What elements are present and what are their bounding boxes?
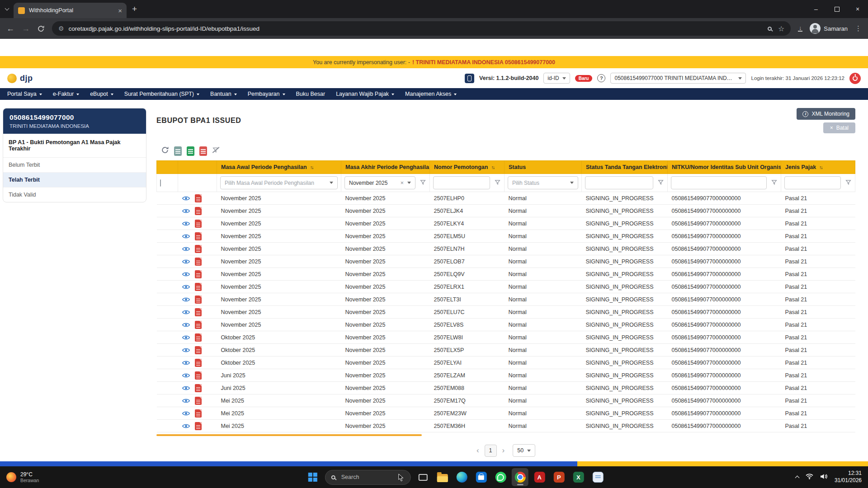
pdf-icon[interactable] — [195, 384, 202, 392]
pdf-icon[interactable] — [195, 258, 202, 266]
view-icon[interactable] — [182, 221, 190, 226]
taskbar-clock[interactable]: 12:31 31/01/2026 — [835, 470, 862, 484]
masa-akhir-filter-select[interactable]: November 2025 × — [344, 176, 415, 189]
clear-filter-icon[interactable] — [212, 146, 219, 155]
pdf-icon[interactable] — [195, 296, 202, 304]
view-icon[interactable] — [182, 297, 190, 302]
volume-icon[interactable] — [820, 473, 828, 481]
chrome-icon[interactable] — [512, 468, 528, 486]
export-csv-icon[interactable] — [174, 146, 182, 156]
djp-logo[interactable]: djp — [7, 74, 33, 83]
downloads-button[interactable]: ↓ — [798, 25, 802, 32]
pdf-icon[interactable] — [195, 321, 202, 329]
nitku-filter-input[interactable] — [671, 176, 767, 189]
jenis-pajak-filter-input[interactable] — [784, 176, 841, 189]
view-icon[interactable] — [182, 347, 190, 353]
language-select[interactable]: id-ID — [543, 73, 570, 84]
header-nitku[interactable]: NITKU/Nomor Identitas Sub Unit Organisas… — [668, 161, 781, 174]
tab-close-icon[interactable]: × — [118, 7, 122, 14]
header-masa-awal[interactable]: Masa Awal Periode Penghasilan↑↓ — [217, 161, 341, 174]
pdf-icon[interactable] — [195, 194, 202, 202]
filter-funnel-icon[interactable] — [657, 179, 664, 187]
notepad-icon[interactable] — [590, 468, 606, 486]
nav-item[interactable]: Surat Pemberitahuan (SPT) — [124, 91, 199, 97]
view-icon[interactable] — [182, 310, 190, 315]
nav-item[interactable]: eBupot — [90, 91, 113, 97]
tray-expand-icon[interactable] — [795, 476, 799, 480]
view-icon[interactable] — [182, 234, 190, 239]
export-excel-icon[interactable] — [187, 146, 194, 156]
pdf-icon[interactable] — [195, 207, 202, 215]
maximize-button[interactable] — [826, 0, 847, 18]
minimize-button[interactable]: – — [806, 0, 826, 18]
taskbar-search[interactable]: Search — [325, 470, 411, 485]
filter-funnel-icon[interactable] — [420, 179, 426, 187]
whatsapp-icon[interactable] — [492, 468, 509, 486]
excel-icon[interactable]: X — [570, 468, 587, 486]
pdf-icon[interactable] — [195, 333, 202, 342]
xml-monitoring-button[interactable]: i XML Monitoring — [797, 108, 855, 120]
view-icon[interactable] — [182, 322, 190, 328]
filter-funnel-icon[interactable] — [845, 179, 852, 187]
search-icon[interactable] — [768, 27, 772, 31]
logout-button[interactable] — [849, 73, 861, 84]
nav-item[interactable]: Manajemen Akses — [405, 91, 457, 97]
pdf-icon[interactable] — [195, 245, 202, 253]
horizontal-scrollbar[interactable] — [156, 434, 422, 436]
start-button[interactable] — [304, 469, 321, 486]
nomor-pemotongan-filter-input[interactable] — [433, 176, 490, 189]
sort-icon[interactable]: ↑↓ — [819, 164, 822, 170]
view-icon[interactable] — [182, 272, 190, 277]
page-size-select[interactable]: 50 — [513, 444, 535, 457]
nav-item[interactable]: Pembayaran — [248, 91, 285, 97]
view-icon[interactable] — [182, 385, 190, 391]
mobile-app-icon[interactable] — [465, 74, 474, 83]
view-icon[interactable] — [182, 360, 190, 366]
pdf-icon[interactable] — [195, 397, 202, 405]
filter-funnel-icon[interactable] — [494, 179, 501, 187]
acrobat-icon[interactable]: A — [531, 468, 548, 486]
clear-icon[interactable]: × — [400, 179, 404, 186]
sidebar-item[interactable]: Telah Terbit — [3, 173, 146, 188]
masa-awal-filter-select[interactable]: Pilih Masa Awal Periode Penghasilan — [220, 176, 338, 189]
store-icon[interactable] — [473, 468, 490, 486]
status-filter-select[interactable]: Pilih Status — [508, 176, 578, 189]
close-button[interactable]: × — [847, 0, 868, 18]
browser-menu-button[interactable]: ⋮ — [855, 24, 862, 33]
pdf-icon[interactable] — [195, 359, 202, 367]
wifi-icon[interactable] — [806, 473, 813, 481]
reload-button[interactable] — [37, 25, 45, 33]
nav-item[interactable]: Bantuan — [210, 91, 237, 97]
pdf-icon[interactable] — [195, 232, 202, 240]
select-all-checkbox[interactable] — [160, 179, 161, 187]
file-explorer-icon[interactable] — [434, 468, 451, 486]
view-icon[interactable] — [182, 284, 190, 290]
sidebar-item[interactable]: Belum Terbit — [3, 158, 146, 173]
pdf-icon[interactable] — [195, 308, 202, 316]
current-page[interactable]: 1 — [485, 445, 497, 457]
view-icon[interactable] — [182, 246, 190, 252]
nav-item[interactable]: Portal Saya — [7, 91, 42, 97]
nav-item[interactable]: Buku Besar — [296, 91, 326, 97]
pdf-icon[interactable] — [195, 270, 202, 278]
task-view-icon[interactable] — [415, 468, 431, 486]
pdf-icon[interactable] — [195, 220, 202, 228]
weather-widget[interactable]: 29°C Berawan — [6, 471, 39, 483]
filter-funnel-icon[interactable] — [771, 179, 778, 187]
pdf-icon[interactable] — [195, 409, 202, 418]
pdf-icon[interactable] — [195, 346, 202, 354]
refresh-button[interactable] — [161, 146, 169, 156]
forward-button[interactable]: → — [22, 24, 30, 33]
prev-page-button[interactable]: ‹ — [476, 446, 479, 455]
view-icon[interactable] — [182, 208, 190, 214]
pdf-icon[interactable] — [195, 283, 202, 291]
sidebar-item[interactable]: Tidak Valid — [3, 188, 146, 202]
pdf-icon[interactable] — [195, 422, 202, 430]
header-jenis-pajak[interactable]: Jenis Pajak↑↓ — [781, 161, 855, 174]
view-icon[interactable] — [182, 196, 190, 201]
browser-tab[interactable]: WithholdingPortal × — [14, 3, 127, 18]
view-icon[interactable] — [182, 411, 190, 416]
bookmark-star-icon[interactable]: ☆ — [778, 24, 784, 33]
sort-icon[interactable]: ↑↓ — [491, 164, 494, 170]
help-icon[interactable]: ? — [597, 74, 605, 82]
